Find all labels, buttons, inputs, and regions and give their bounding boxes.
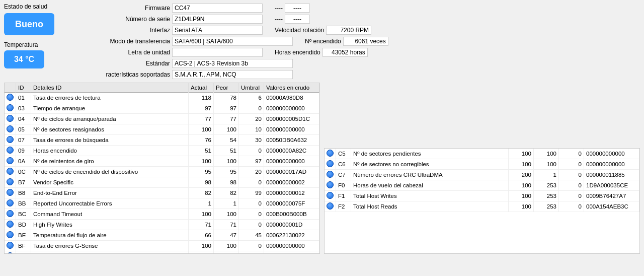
table-row[interactable]: BF Tasa de errores G-Sense 100 100 0 000… <box>5 241 319 251</box>
row-raw: 00000A980D8 <box>264 93 319 103</box>
status-icon <box>5 124 16 135</box>
transfer-label: Modo de transferencia <box>90 38 170 45</box>
status-icon <box>5 167 16 177</box>
status-label: Estado de salud <box>4 3 85 10</box>
row-worst: 100 <box>214 209 239 220</box>
drive-letter-label: Letra de unidad <box>90 49 170 56</box>
right-table-container[interactable]: C5 Nº de sectores pendientes 100 100 0 0… <box>324 148 640 254</box>
row-id: F1 <box>336 191 351 201</box>
table-row[interactable]: 04 Nº de ciclos de arranque/parada 77 77… <box>5 114 319 124</box>
rotation-value: 7200 RPM <box>326 26 371 35</box>
row-threshold: 0 <box>559 159 584 170</box>
status-icon <box>5 230 16 241</box>
row-threshold: 0 <box>239 241 264 251</box>
table-row[interactable]: 05 Nº de sectores reasignados 100 100 10… <box>5 124 319 135</box>
row-details: Command Timeout <box>31 209 189 220</box>
smart-table: ID Detalles ID Actual Peor Umbral Valore… <box>5 83 319 254</box>
table-row[interactable]: C7 Número de errores CRC UltraDMA 200 1 … <box>325 170 639 180</box>
table-row[interactable]: C5 Nº de sectores pendientes 100 100 0 0… <box>325 149 639 159</box>
row-details: Nº de sectores pendientes <box>351 149 509 159</box>
row-raw: 000000000000 <box>584 159 639 170</box>
row-worst: 253 <box>534 201 559 212</box>
row-threshold: 0 <box>559 180 584 191</box>
row-details: Tiempo de arranque <box>31 103 189 114</box>
power-hours-label: Horas encendido <box>275 49 320 56</box>
row-details: Horas de vuelo del cabezal <box>351 180 509 191</box>
table-row[interactable]: F1 Total Host Writes 100 253 0 0009B7642… <box>325 191 639 201</box>
table-row[interactable]: C0 Nº apagados del dispositivo 100 100 0… <box>5 251 319 254</box>
table-row[interactable]: BD High Fly Writes 71 71 0 0000000001D <box>5 220 319 230</box>
status-icon <box>5 188 16 198</box>
table-row[interactable]: F2 Total Host Reads 100 253 0 000A154AEB… <box>325 201 639 212</box>
smart-table-container[interactable]: ID Detalles ID Actual Peor Umbral Valore… <box>4 83 320 254</box>
row-actual: 100 <box>509 149 534 159</box>
dash-box2: ---- <box>285 15 310 24</box>
temp-label: Temperatura <box>4 41 85 48</box>
features-value: S.M.A.R.T., APM, NCQ <box>172 70 293 79</box>
firmware-label: Firmware <box>90 5 170 12</box>
row-threshold: 0 <box>239 103 264 114</box>
row-raw: 0000000005D1C <box>264 114 319 124</box>
standard-label: Estándar <box>90 60 170 67</box>
temp-badge: 34 °C <box>4 50 44 68</box>
row-worst: 51 <box>214 146 239 156</box>
table-row[interactable]: BC Command Timeout 100 100 0 000B000B000… <box>5 209 319 220</box>
row-actual: 100 <box>189 209 214 220</box>
serial-row: Número de serie Z1D4LP9N ---- ---- <box>90 14 640 24</box>
row-threshold: 0 <box>559 201 584 212</box>
row-actual: 100 <box>509 180 534 191</box>
row-details: Nº de sectores reasignados <box>31 124 189 135</box>
th-details: Detalles ID <box>31 83 189 93</box>
table-row[interactable]: B7 Vendor Specific 98 98 0 000000000002 <box>5 177 319 188</box>
row-worst: 98 <box>214 177 239 188</box>
row-actual: 51 <box>189 146 214 156</box>
row-id: 01 <box>16 93 31 103</box>
table-row[interactable]: C6 Nº de sectores no corregibles 100 100… <box>325 159 639 170</box>
status-icon <box>5 114 16 124</box>
table-row[interactable]: 0C Nº de ciclos de encendido del disposi… <box>5 167 319 177</box>
row-threshold: 6 <box>239 93 264 103</box>
row-id: 03 <box>16 103 31 114</box>
table-row[interactable]: BB Reported Uncorrectable Errors 1 1 0 0… <box>5 198 319 209</box>
row-id: BD <box>16 220 31 230</box>
table-row[interactable]: 01 Tasa de errores de lectura 118 78 6 0… <box>5 93 319 103</box>
row-actual: 100 <box>509 159 534 170</box>
row-actual: 71 <box>189 220 214 230</box>
row-actual: 98 <box>189 177 214 188</box>
status-icon <box>325 191 336 201</box>
row-id: 09 <box>16 146 31 156</box>
row-threshold: 99 <box>239 188 264 198</box>
row-details: Nº de sectores no corregibles <box>351 159 509 170</box>
table-row[interactable]: F0 Horas de vuelo del cabezal 100 253 0 … <box>325 180 639 191</box>
row-actual: 76 <box>189 135 214 146</box>
transfer-value: SATA/600 | SATA/600 <box>172 37 293 46</box>
table-header-row: ID Detalles ID Actual Peor Umbral Valore… <box>5 83 319 93</box>
row-worst: 100 <box>534 159 559 170</box>
row-id: 0A <box>16 156 31 167</box>
firmware-value: CC47 <box>172 4 263 13</box>
row-worst: 100 <box>214 241 239 251</box>
row-id: 05 <box>16 124 31 135</box>
status-icon <box>5 209 16 220</box>
row-id: BC <box>16 209 31 220</box>
row-details: Total Host Writes <box>351 191 509 201</box>
row-worst: 253 <box>534 180 559 191</box>
table-row[interactable]: 07 Tasa de errores de búsqueda 76 54 30 … <box>5 135 319 146</box>
row-raw: 00000000075F <box>264 198 319 209</box>
table-row[interactable]: B8 End-to-End Error 82 82 99 00000000001… <box>5 188 319 198</box>
row-raw: 00000000A82C <box>264 146 319 156</box>
table-row[interactable]: BE Temperatura del flujo de aire 66 47 4… <box>5 230 319 241</box>
row-raw: 00050DB0A632 <box>264 135 319 146</box>
table-row[interactable]: 0A Nº de reintentos de giro 100 100 97 0… <box>5 156 319 167</box>
status-icon <box>5 251 16 254</box>
dash1: ---- <box>275 5 283 12</box>
row-raw: 000000000000 <box>264 103 319 114</box>
row-actual: 82 <box>189 188 214 198</box>
table-row[interactable]: 03 Tiempo de arranque 97 97 0 0000000000… <box>5 103 319 114</box>
status-icon <box>325 180 336 191</box>
row-actual: 100 <box>509 191 534 201</box>
table-row[interactable]: 09 Horas encendido 51 51 0 00000000A82C <box>5 146 319 156</box>
row-details: Tasa de errores G-Sense <box>31 241 189 251</box>
row-threshold: 0 <box>239 220 264 230</box>
drive-letter-value <box>172 48 263 57</box>
